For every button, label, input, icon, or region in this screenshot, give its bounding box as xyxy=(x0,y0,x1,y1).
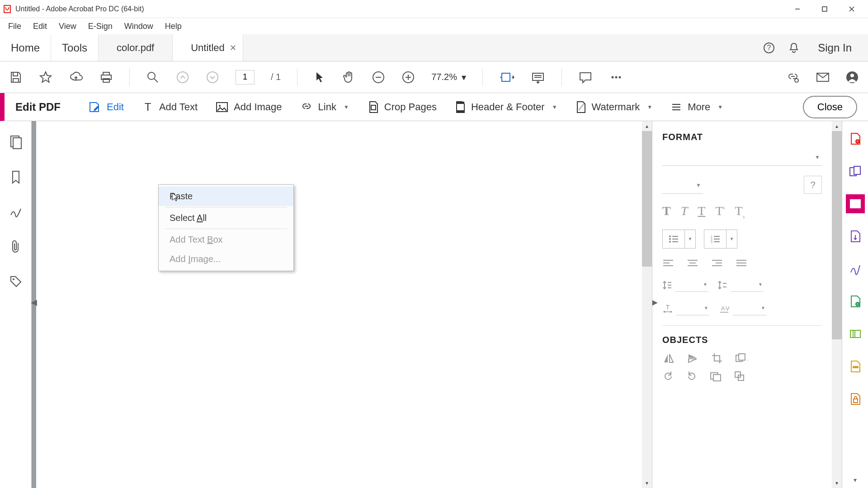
scroll-thumb[interactable] xyxy=(832,131,842,339)
more-button[interactable]: More ▼ xyxy=(670,101,723,113)
account-icon[interactable] xyxy=(845,70,859,84)
context-add-text-box[interactable]: Add Text Box xyxy=(159,230,293,249)
format-scrollbar[interactable]: ▴ ▾ xyxy=(832,121,842,488)
align-justify-icon[interactable] xyxy=(736,258,747,268)
protect-tool-icon[interactable] xyxy=(846,389,865,408)
zoom-out-icon[interactable] xyxy=(372,70,385,84)
tags-icon[interactable] xyxy=(9,275,23,288)
line-spacing-control[interactable]: ▼ xyxy=(662,278,708,292)
format-help-icon[interactable]: ? xyxy=(804,176,822,194)
edit-pdf-tool-icon[interactable] xyxy=(846,194,865,213)
flip-horizontal-icon[interactable] xyxy=(662,352,675,364)
italic-icon[interactable]: T xyxy=(681,204,688,220)
search-icon[interactable] xyxy=(146,70,160,84)
zoom-dropdown[interactable]: 77.2%▾ xyxy=(431,72,466,83)
scroll-down-icon[interactable]: ▾ xyxy=(642,478,652,488)
rotate-ccw-icon[interactable] xyxy=(662,371,674,382)
horizontal-scale-control[interactable]: T ▼ xyxy=(662,302,709,315)
notifications-icon[interactable] xyxy=(788,42,800,54)
page-number-input[interactable] xyxy=(236,70,255,84)
header-footer-button[interactable]: Header & Footer ▼ xyxy=(455,100,557,114)
edit-button[interactable]: Edit xyxy=(88,100,124,114)
page-down-icon[interactable] xyxy=(206,70,219,84)
collapse-left-icon[interactable]: ◀ xyxy=(31,297,37,307)
numbered-list-button[interactable]: 123 ▼ xyxy=(704,230,737,249)
cloud-upload-icon[interactable] xyxy=(69,70,83,84)
share-link-icon[interactable] xyxy=(786,70,800,84)
document-canvas[interactable]: ◀ Paste Select All Add Text Box Add Imag… xyxy=(32,121,642,488)
close-button[interactable] xyxy=(838,0,865,18)
menu-window[interactable]: Window xyxy=(119,19,159,34)
subscript-icon[interactable]: T₁ xyxy=(735,204,745,220)
scroll-thumb[interactable] xyxy=(642,131,652,267)
tab-untitled[interactable]: Untitled ✕ xyxy=(173,34,243,61)
tab-home[interactable]: Home xyxy=(0,34,51,61)
collapse-right-icon[interactable]: ▶ xyxy=(652,297,658,307)
help-icon[interactable]: ? xyxy=(763,42,775,54)
context-select-all[interactable]: Select All xyxy=(159,208,293,228)
star-icon[interactable] xyxy=(39,70,52,84)
chevron-down-icon[interactable]: ▼ xyxy=(726,230,737,248)
chevron-down-icon[interactable]: ▼ xyxy=(684,230,695,248)
thumbnails-icon[interactable] xyxy=(9,135,23,149)
paragraph-spacing-control[interactable]: ▼ xyxy=(717,278,764,292)
tab-tools[interactable]: Tools xyxy=(51,34,99,61)
minimize-button[interactable] xyxy=(784,0,811,18)
print-icon[interactable] xyxy=(99,70,113,84)
underline-icon[interactable]: T xyxy=(698,204,705,220)
organize-pages-tool-icon[interactable]: + xyxy=(846,292,865,311)
bold-icon[interactable]: T xyxy=(662,204,671,220)
email-icon[interactable] xyxy=(816,71,830,83)
signatures-icon[interactable] xyxy=(9,205,23,219)
flip-vertical-icon[interactable] xyxy=(687,352,699,364)
read-mode-icon[interactable] xyxy=(531,70,545,84)
align-left-icon[interactable] xyxy=(662,258,674,268)
close-edit-button[interactable]: Close xyxy=(803,96,857,118)
fit-width-icon[interactable] xyxy=(499,70,514,84)
scroll-up-icon[interactable]: ▴ xyxy=(642,121,652,131)
superscript-icon[interactable]: T¹ xyxy=(715,204,725,220)
menu-file[interactable]: File xyxy=(3,19,27,34)
watermark-button[interactable]: Watermark ▼ xyxy=(576,100,653,114)
context-add-image[interactable]: Add Image... xyxy=(159,249,293,269)
chevron-down-icon[interactable]: ▾ xyxy=(854,476,857,488)
maximize-button[interactable] xyxy=(811,0,838,18)
crop-pages-button[interactable]: Crop Pages xyxy=(367,100,437,114)
align-right-icon[interactable] xyxy=(711,258,723,268)
font-size-dropdown[interactable]: ▼ xyxy=(662,176,703,194)
canvas-scrollbar[interactable]: ▴ ▾ xyxy=(642,121,652,488)
menu-view[interactable]: View xyxy=(53,19,82,34)
scroll-down-icon[interactable]: ▾ xyxy=(832,478,842,488)
combine-files-tool-icon[interactable] xyxy=(846,162,865,181)
page-up-icon[interactable] xyxy=(176,70,189,84)
menu-help[interactable]: Help xyxy=(160,19,187,34)
align-objects-dropdown[interactable] xyxy=(734,371,747,382)
sign-tool-icon[interactable] xyxy=(846,259,865,278)
font-family-dropdown[interactable]: ▼ xyxy=(662,151,822,166)
link-button[interactable]: Link ▼ xyxy=(300,101,349,113)
context-paste[interactable]: Paste xyxy=(159,187,293,206)
sign-in-link[interactable]: Sign In xyxy=(812,42,857,54)
save-icon[interactable] xyxy=(9,70,23,84)
selection-tool-icon[interactable] xyxy=(314,70,326,84)
replace-image-icon[interactable] xyxy=(709,371,722,382)
character-spacing-control[interactable]: AV ▼ xyxy=(718,302,766,315)
bookmarks-icon[interactable] xyxy=(10,170,21,184)
export-pdf-tool-icon[interactable] xyxy=(846,227,865,246)
align-center-icon[interactable] xyxy=(687,258,698,268)
menu-esign[interactable]: E-Sign xyxy=(83,19,118,34)
more-tools-icon[interactable] xyxy=(609,70,623,84)
hand-tool-icon[interactable] xyxy=(342,70,355,84)
zoom-in-icon[interactable] xyxy=(401,70,415,84)
add-image-button[interactable]: Add Image xyxy=(216,101,282,113)
arrange-dropdown[interactable]: ▼ xyxy=(735,352,748,364)
crop-icon[interactable] xyxy=(711,352,723,364)
page-area[interactable] xyxy=(36,121,642,488)
comment-icon[interactable] xyxy=(578,70,593,84)
create-pdf-tool-icon[interactable]: + xyxy=(846,129,865,148)
redact-tool-icon[interactable] xyxy=(846,357,865,376)
compress-tool-icon[interactable] xyxy=(846,324,865,343)
tab-close-icon[interactable]: ✕ xyxy=(230,43,236,53)
bullet-list-button[interactable]: ▼ xyxy=(662,230,696,249)
scroll-up-icon[interactable]: ▴ xyxy=(832,121,842,131)
